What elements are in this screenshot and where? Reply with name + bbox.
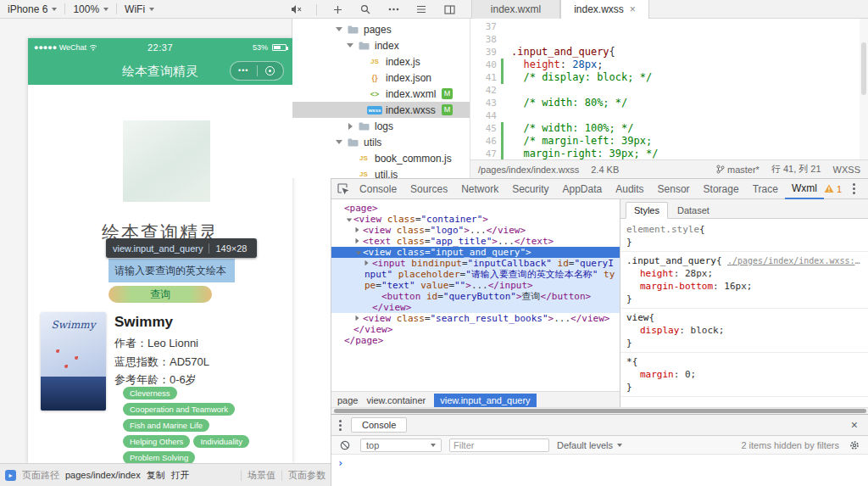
- wxml-node[interactable]: </page>: [331, 335, 620, 346]
- open-button[interactable]: 打开: [171, 469, 190, 482]
- tab-index-wxss[interactable]: index.wxss ×: [560, 0, 649, 19]
- devtools-tab-wxml[interactable]: Wxml: [785, 179, 824, 199]
- add-icon[interactable]: [330, 2, 345, 17]
- more-options-icon[interactable]: [850, 181, 858, 197]
- log-levels-dropdown[interactable]: Default levels: [557, 440, 622, 450]
- code-line[interactable]: 42: [470, 84, 868, 97]
- warning-indicator[interactable]: 1: [824, 184, 842, 194]
- devtools-tab-network[interactable]: Network: [454, 179, 505, 199]
- list-icon[interactable]: [414, 2, 429, 17]
- console-settings-gear-icon[interactable]: [847, 438, 862, 453]
- sound-mute-icon[interactable]: [288, 2, 303, 17]
- code-line[interactable]: 45 /* width: 100%; */: [470, 122, 868, 135]
- execution-context-dropdown[interactable]: top: [360, 439, 442, 452]
- file-tree-item-index.json[interactable]: {}index.json: [292, 70, 470, 86]
- breadcrumb-item-view.container[interactable]: view.container: [366, 395, 426, 405]
- breadcrumb-item-page[interactable]: page: [337, 395, 358, 405]
- code-line[interactable]: 46 /* margin-left: 39px;: [470, 135, 868, 148]
- file-tree-item-index.js[interactable]: JSindex.js: [292, 53, 470, 70]
- tab-index-wxml[interactable]: index.wxml: [471, 0, 560, 19]
- code-line[interactable]: 40 height: 28px;: [470, 59, 868, 71]
- tab-console[interactable]: Console: [351, 417, 407, 433]
- devtools-tab-security[interactable]: Security: [505, 179, 555, 199]
- search-input[interactable]: 请输入要查询的英文绘本: [108, 259, 235, 282]
- more-horizontal-icon[interactable]: [386, 2, 401, 17]
- breadcrumb-item-view.input_and_query[interactable]: view.input_and_query: [434, 394, 536, 407]
- search-icon[interactable]: [358, 2, 373, 17]
- style-property[interactable]: margin-bottom: 16px;: [626, 280, 863, 293]
- devtools-tab-audits[interactable]: Audits: [609, 179, 650, 199]
- tree-arrow-icon[interactable]: [355, 225, 363, 236]
- tab-close-icon[interactable]: ×: [630, 3, 636, 15]
- code-line[interactable]: 38: [470, 33, 868, 46]
- wxml-node[interactable]: <page>: [331, 203, 620, 214]
- compile-mode-icon[interactable]: ▸: [5, 470, 16, 481]
- clear-console-icon[interactable]: [337, 438, 353, 453]
- tree-arrow-icon[interactable]: [355, 236, 363, 247]
- tree-arrow-icon[interactable]: [364, 258, 372, 269]
- style-selector[interactable]: view: [626, 311, 649, 324]
- wxml-node[interactable]: <view class="search_result_books">...</v…: [331, 313, 620, 324]
- styles-tab-styles[interactable]: Styles: [626, 202, 668, 219]
- file-tree-item-logs[interactable]: logs: [292, 118, 470, 134]
- layout-panels-icon[interactable]: [442, 2, 457, 17]
- code-editor[interactable]: 373839.input_and_query{40 height: 28px;4…: [470, 19, 868, 159]
- code-line[interactable]: 44: [470, 109, 868, 122]
- wxml-node[interactable]: </view>: [331, 324, 620, 335]
- code-line[interactable]: 41 /* display: block; */: [470, 71, 868, 84]
- language-mode-label[interactable]: WXSS: [833, 165, 860, 175]
- tree-arrow-icon[interactable]: [346, 214, 353, 225]
- wxml-node[interactable]: <text class="app_title">...</text>: [331, 236, 620, 247]
- editor-scrollbar[interactable]: [860, 19, 868, 159]
- devtools-tab-sources[interactable]: Sources: [403, 179, 454, 199]
- device-dropdown[interactable]: iPhone 6: [0, 0, 64, 18]
- zoom-dropdown[interactable]: 100%: [65, 0, 116, 18]
- wxml-node[interactable]: <view class="input_and_query">: [331, 247, 620, 258]
- wxml-node[interactable]: <view class="container">: [331, 214, 620, 225]
- query-button[interactable]: 查询: [108, 286, 212, 303]
- file-tree-item-pages[interactable]: pages: [292, 21, 470, 37]
- wxml-node[interactable]: <view class="logo">...</view>: [331, 225, 620, 236]
- console-filter-input[interactable]: [449, 439, 549, 452]
- console-output[interactable]: ›: [331, 455, 868, 486]
- git-branch-indicator[interactable]: master*: [716, 165, 760, 175]
- devtools-tab-sensor[interactable]: Sensor: [651, 179, 697, 199]
- style-selector[interactable]: *: [626, 355, 632, 368]
- drawer-menu-icon[interactable]: [337, 417, 344, 433]
- code-line[interactable]: 37: [470, 20, 868, 33]
- style-property[interactable]: height: 28px;: [626, 267, 863, 280]
- tree-arrow-icon[interactable]: [355, 313, 363, 324]
- code-line[interactable]: 39.input_and_query{: [470, 46, 868, 59]
- more-menu-button[interactable]: •••: [231, 62, 257, 80]
- style-source-link[interactable]: ./pages/index/index.wxss:39: [727, 254, 863, 267]
- devtools-tab-appdata[interactable]: AppData: [556, 179, 609, 199]
- wxml-node[interactable]: <input bindinput="inputCallback" id="que…: [331, 258, 620, 291]
- file-tree-item-util.js[interactable]: JSutil.js: [292, 166, 470, 178]
- style-selector[interactable]: .input_and_query: [626, 254, 716, 267]
- inspect-element-icon[interactable]: [337, 182, 349, 197]
- file-tree-item-index[interactable]: index: [292, 37, 470, 53]
- style-property[interactable]: display: block;: [626, 324, 863, 337]
- file-tree-item-book_common.js[interactable]: JSbook_common.js: [292, 150, 470, 166]
- code-line[interactable]: 43 /* width: 80%; */: [470, 97, 868, 109]
- file-tree-item-utils[interactable]: utils: [292, 134, 470, 150]
- devtools-tab-console[interactable]: Console: [353, 179, 403, 199]
- devtools-tab-storage[interactable]: Storage: [697, 179, 746, 199]
- scene-label[interactable]: 场景值: [248, 469, 275, 482]
- style-selector[interactable]: element.style: [626, 223, 699, 236]
- network-dropdown[interactable]: WiFi: [117, 0, 162, 18]
- wxml-node[interactable]: <button id="queryButton">查询</button>: [331, 291, 620, 302]
- code-line[interactable]: 47 margin-right: 39px; */: [470, 148, 868, 159]
- close-minimize-button[interactable]: [258, 66, 284, 75]
- style-property[interactable]: margin: 0;: [626, 368, 863, 381]
- file-tree-item-index.wxml[interactable]: <>index.wxmlM: [292, 86, 470, 102]
- close-drawer-icon[interactable]: ×: [846, 418, 863, 432]
- styles-tab-dataset[interactable]: Dataset: [670, 203, 717, 218]
- params-label[interactable]: 页面参数: [288, 469, 326, 482]
- file-tree-item-index.wxss[interactable]: wxssindex.wxssM: [292, 102, 470, 118]
- horizontal-scrollbar[interactable]: [331, 407, 868, 414]
- cursor-position-label[interactable]: 行 41, 列 21: [771, 163, 821, 176]
- tree-arrow-icon[interactable]: [355, 247, 363, 258]
- wxml-node[interactable]: </view>: [331, 302, 620, 313]
- devtools-tab-trace[interactable]: Trace: [746, 179, 785, 199]
